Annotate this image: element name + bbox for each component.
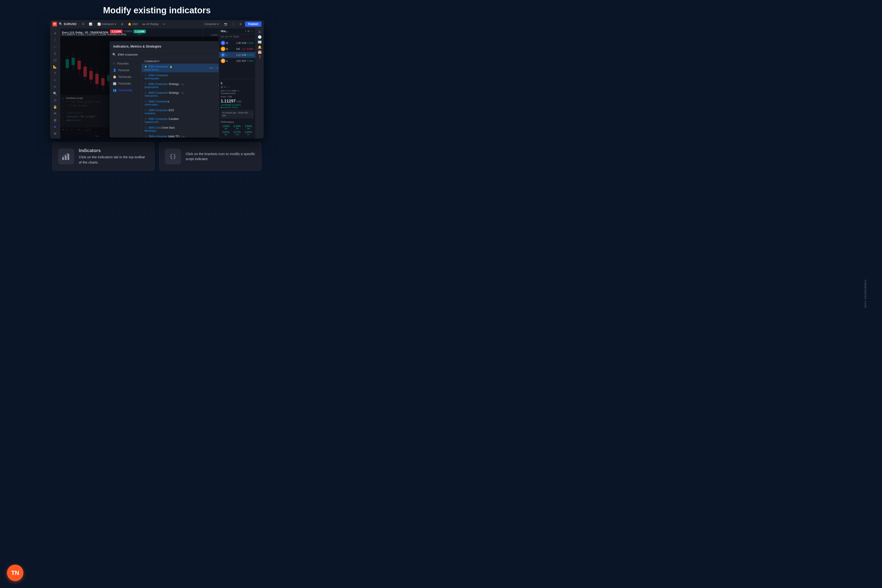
publish-btn[interactable]: Publish bbox=[245, 22, 261, 27]
tf-ch[interactable]: Ch bbox=[229, 35, 232, 38]
indicator-row[interactable]: ☆ EMA Crossover Strategy ↗↙ gregoirejohn… bbox=[142, 81, 219, 90]
stock-detail-panel: E. ⊞ ✏ ⋯ Euro / U.S. Dollar ↗ bbox=[219, 79, 255, 138]
clock-icon[interactable]: 🕐 bbox=[258, 35, 262, 39]
left-sidebar: ✛ / — ⟠ ◱ 📐 T ☺ ✏ 🔍 ⊙ 🔒 👁 🗑 ★ ⊞ bbox=[50, 28, 60, 138]
tf-chgpct[interactable]: Chg% bbox=[233, 35, 239, 38]
price-header: Euro / U.S. Dollar · 1D · TRADENATION 1.… bbox=[62, 29, 146, 36]
calendar-icon[interactable]: 📅 bbox=[258, 50, 262, 54]
indicator-row[interactable]: ☆ EMA Crossover Candles CaptainCoinF... … bbox=[142, 116, 219, 125]
timeframe-d-btn[interactable]: D bbox=[81, 22, 86, 26]
measure-tool[interactable]: 📐 bbox=[51, 64, 59, 70]
indicator-row[interactable]: ☆ EMA Crossover Strategy ↗↙ UnknownUni..… bbox=[142, 90, 219, 99]
indicators-list: COMMUNITY ★ EMA Crossover 🔒 bbox=[142, 58, 219, 138]
indicator-row[interactable]: ☆ EMA Crossovers carlosrudigru... 444 bbox=[142, 99, 219, 107]
chevron-down-icon: ▾ bbox=[115, 22, 116, 26]
zoom-tool[interactable]: 🔍 bbox=[51, 90, 59, 96]
tv-main: ✛ / — ⟠ ◱ 📐 T ☺ ✏ 🔍 ⊙ 🔒 👁 🗑 ★ ⊞ bbox=[50, 28, 264, 138]
watchlist-item-btc[interactable]: ₿ ● 2.51 9.67 0.39% bbox=[219, 58, 255, 64]
replay-btn[interactable]: ⏮ 44 Replay bbox=[141, 22, 160, 26]
alert-btn[interactable]: 🔔 Alert bbox=[126, 22, 140, 26]
ind-count: 283 bbox=[216, 128, 219, 130]
trash-tool[interactable]: 🗑 bbox=[51, 117, 59, 123]
text-tool[interactable]: T bbox=[51, 70, 59, 76]
undo-btn[interactable]: ↩ bbox=[162, 22, 167, 26]
grid-icon[interactable]: ⊞ bbox=[221, 86, 223, 88]
tf-lar[interactable]: Lar bbox=[225, 35, 228, 38]
nav-technicals[interactable]: 🏠 Technicals bbox=[110, 74, 141, 80]
tv-toolbar: M 🔍 EURUSD | D 📊 📈 Indicators ▾ ⊕ 🔔 Aler… bbox=[50, 20, 264, 28]
eye-tool[interactable]: 👁 bbox=[51, 111, 59, 117]
nav-financials[interactable]: 🏢 Financials bbox=[110, 80, 141, 87]
lock-tool[interactable]: 🔒 bbox=[51, 104, 59, 110]
code-view-btn[interactable]: </> bbox=[214, 66, 219, 70]
snapshot-btn[interactable]: 📷 bbox=[223, 22, 229, 26]
perf-3m: 2.53% 3M bbox=[243, 125, 254, 130]
indicators-card-title: Indicators bbox=[79, 148, 149, 153]
sell-label: SELL bbox=[110, 33, 122, 36]
fibonacci-tool[interactable]: ⟠ bbox=[51, 50, 59, 56]
crosshair-tool[interactable]: ✛ bbox=[51, 30, 59, 36]
right-panel: Wat... + ⚙ ⋯ 5yr Lar Ch Chg% bbox=[219, 28, 255, 138]
nav-favorites-label: Favorites bbox=[117, 62, 129, 65]
magnet-tool[interactable]: ⊙ bbox=[51, 97, 59, 103]
indicators-btn[interactable]: 📈 Indicators ▾ bbox=[96, 22, 118, 26]
settings-watchlist-btn[interactable]: ⚙ bbox=[248, 30, 250, 33]
fullscreen-btn[interactable]: ⛶ bbox=[231, 22, 236, 26]
expand-icon[interactable]: ⊞ bbox=[51, 130, 59, 136]
nav-personal[interactable]: 👤 Personal bbox=[110, 67, 141, 74]
search-icon: 🔍 bbox=[59, 22, 63, 26]
tv-logo: M bbox=[52, 22, 57, 26]
indicator-row[interactable]: ★ EMA Crossover 🔒 jordan.fan.ba... 253 bbox=[142, 64, 219, 72]
help-icon[interactable]: ❓ bbox=[258, 56, 262, 59]
chart-list-icon[interactable]: ☰ bbox=[258, 30, 261, 34]
more-icon[interactable]: ⋯ bbox=[227, 86, 230, 88]
unnamed-btn[interactable]: Unnamed ▾ bbox=[202, 22, 221, 27]
settings-btn[interactable]: ⚙ bbox=[238, 22, 243, 26]
star-icon: ☆ bbox=[144, 74, 147, 77]
indicator-row[interactable]: ☆ EMA CrossOver Bars Milindbagul 283 bbox=[142, 125, 219, 134]
stock-exchange: TRADENATION bbox=[221, 92, 254, 94]
stock-type: Forex · CFB bbox=[221, 96, 254, 98]
brush-tool[interactable]: ✏ bbox=[51, 84, 59, 90]
chart-type-btn[interactable]: 📊 bbox=[87, 22, 94, 26]
watchlist-item-u[interactable]: U U 145. -1.3 -0.90% bbox=[219, 46, 255, 52]
indicator-row[interactable]: ☆ EMA Crossover 8/15 nantaphop 411 bbox=[142, 107, 219, 116]
ind-author-text: jordan.fan.ba... bbox=[144, 69, 160, 71]
emoji-tool[interactable]: ☺ bbox=[51, 77, 59, 83]
nav-community[interactable]: 👥 Community bbox=[110, 87, 141, 93]
wl-icon-u: U bbox=[221, 46, 225, 51]
indicator-row[interactable]: ☆ EMA crossover (daily TF) ↗↙ iitiantrad… bbox=[142, 134, 219, 138]
stock-price: 1.11297 bbox=[221, 99, 236, 104]
ind-count: 101 bbox=[216, 75, 219, 78]
modal-search-input[interactable] bbox=[118, 53, 219, 56]
indicator-row[interactable]: ☆ EMA Crossover nomoregrapes 101 bbox=[142, 72, 219, 81]
strategy-icon: ↗↙ bbox=[180, 83, 184, 86]
perf-1m: 2.12% 1M bbox=[232, 125, 242, 130]
compare-btn[interactable]: ⊕ bbox=[120, 22, 125, 26]
pattern-tool[interactable]: ◱ bbox=[51, 57, 59, 63]
more-watchlist-btn[interactable]: ⋯ bbox=[251, 30, 254, 33]
horizontal-line-tool[interactable]: — bbox=[51, 44, 59, 50]
stock-change: +0.00446 (0.40%) bbox=[221, 104, 254, 106]
right-panel-header: Wat... + ⚙ ⋯ bbox=[219, 28, 255, 34]
watchlist-item-g[interactable]: G G 1.30 0.00 0.34% bbox=[219, 40, 255, 46]
technicals-icon: 🏠 bbox=[113, 75, 117, 78]
watchlist-item-e[interactable]: E E 1.11 0.00 0.40% bbox=[219, 52, 255, 58]
draw-line-tool[interactable]: / bbox=[51, 37, 59, 43]
page-wrapper: Modify existing indicators M 🔍 EURUSD | … bbox=[0, 0, 314, 171]
ind-count: 177 bbox=[216, 136, 219, 138]
indicators-icon-box bbox=[58, 148, 74, 165]
lock-icon: 🔒 bbox=[170, 66, 172, 68]
edit-icon[interactable]: ✏ bbox=[224, 86, 226, 88]
alert-right-icon[interactable]: 🔔 bbox=[258, 45, 262, 49]
nav-community-label: Community bbox=[118, 88, 132, 92]
add-watchlist-btn[interactable]: + bbox=[245, 30, 246, 33]
modal-search-icon: 🔍 bbox=[112, 53, 116, 56]
news-icon[interactable]: 📰 bbox=[258, 40, 262, 44]
news-card[interactable]: 14 minutes ago · Shares flirt with... › bbox=[221, 110, 254, 118]
star-tool[interactable]: ★ bbox=[51, 124, 59, 130]
symbol-display: 🔍 EURUSD bbox=[59, 22, 76, 26]
brackets-icon: {} bbox=[169, 152, 177, 161]
nav-favorites[interactable]: ☆ Favorites bbox=[110, 60, 141, 67]
tf-5yr[interactable]: 5yr bbox=[221, 35, 224, 38]
